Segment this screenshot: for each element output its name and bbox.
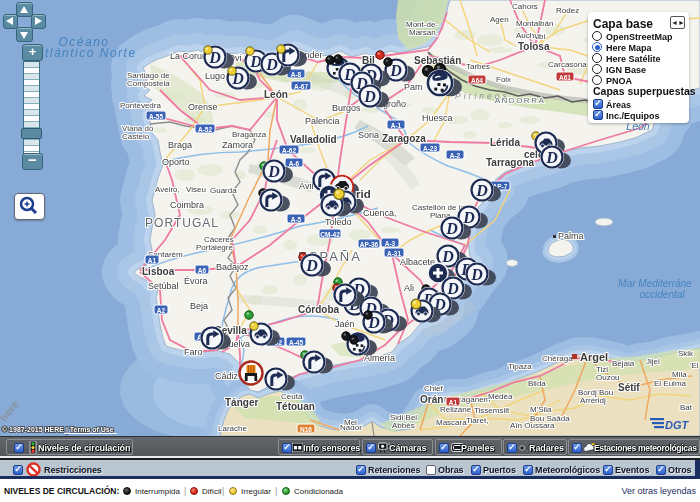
svg-text:Tolosa: Tolosa <box>518 41 550 52</box>
svg-text:Tarragona: Tarragona <box>486 157 535 168</box>
svg-text:El Eulma: El Eulma <box>654 379 687 388</box>
svg-text:Tipaza: Tipaza <box>508 362 532 371</box>
svg-text:Oporto: Oporto <box>162 157 190 167</box>
svg-text:Foix: Foix <box>496 75 511 84</box>
svg-text:Tarbes: Tarbes <box>466 62 490 71</box>
svg-text:Cuenca,: Cuenca, <box>363 208 397 218</box>
svg-text:Valladolid: Valladolid <box>290 134 337 145</box>
svg-text:Lisboa: Lisboa <box>142 266 175 277</box>
svg-text:Pirineos: Pirineos <box>455 91 510 101</box>
svg-text:Sétif: Sétif <box>618 382 640 393</box>
svg-text:Córdoba: Córdoba <box>298 304 340 315</box>
svg-text:A-3: A-3 <box>385 240 396 247</box>
svg-text:Mar Mediterráne: Mar Mediterráne <box>618 278 692 289</box>
svg-text:Marsan,: Marsan, <box>409 28 438 37</box>
svg-text:Médéa: Médéa <box>488 392 513 401</box>
svg-text:A-62: A-62 <box>282 147 296 154</box>
svg-text:Tiaret,: Tiaret, <box>466 416 488 425</box>
svg-text:Tissemsilt: Tissemsilt <box>474 406 510 415</box>
svg-text:Lérida: Lérida <box>490 137 520 148</box>
svg-text:Cádiz: Cádiz <box>215 371 239 381</box>
svg-text:'El: 'El <box>690 361 699 370</box>
svg-text:A-5: A-5 <box>291 216 302 223</box>
svg-text:Mila: Mila <box>672 370 687 379</box>
svg-text:A-23: A-23 <box>423 145 437 152</box>
svg-text:Burgos: Burgos <box>332 103 361 113</box>
svg-text:Viseu: Viseu <box>186 185 206 194</box>
svg-text:Rodez: Rodez <box>556 6 579 15</box>
svg-text:A-1: A-1 <box>391 122 402 129</box>
svg-text:Ali: Ali <box>404 283 414 293</box>
svg-text:Arréridj: Arréridj <box>580 396 606 405</box>
svg-text:Orense: Orense <box>188 102 218 112</box>
svg-text:Chlef: Chlef <box>424 384 443 393</box>
svg-text:Argel: Argel <box>580 351 608 363</box>
svg-text:Tétouan: Tétouan <box>276 401 315 412</box>
svg-text:Auch: Auch <box>516 31 534 40</box>
svg-text:N16: N16 <box>300 426 312 433</box>
svg-text:Compostela: Compostela <box>127 79 170 88</box>
svg-text:Guarda: Guarda <box>210 186 237 195</box>
svg-text:Coimbra: Coimbra <box>170 200 204 210</box>
svg-text:Castelo: Castelo <box>122 132 150 141</box>
svg-text:Setúbal: Setúbal <box>148 281 179 291</box>
svg-text:A2: A2 <box>157 307 166 314</box>
svg-text:Mascara: Mascara <box>436 418 467 427</box>
svg-text:PORTUGAL: PORTUGAL <box>145 216 219 230</box>
svg-text:Chéraga: Chéraga <box>542 354 573 363</box>
svg-text:Zaragoza: Zaragoza <box>382 133 426 144</box>
svg-text:Bat: Bat <box>680 403 693 412</box>
svg-text:Bou Saâda: Bou Saâda <box>530 414 570 423</box>
svg-text:A-31: A-31 <box>387 250 401 257</box>
svg-text:León: León <box>264 89 288 100</box>
svg-text:Portalegre: Portalegre <box>196 243 233 252</box>
svg-text:Huesca: Huesca <box>422 113 453 123</box>
svg-text:Zamora: Zamora <box>222 140 253 150</box>
svg-text:AP-36: AP-36 <box>360 241 379 248</box>
svg-text:Faro: Faro <box>184 347 203 357</box>
svg-text:Albacete: Albacete <box>400 257 435 267</box>
svg-text:A-45: A-45 <box>289 339 303 346</box>
svg-text:© 1987-2015 HERE | Terms of Us: © 1987-2015 HERE | Terms of Use <box>2 426 114 434</box>
svg-text:Braganza: Braganza <box>232 130 267 139</box>
svg-text:Badajoz: Badajoz <box>216 262 249 272</box>
svg-text:Évora: Évora <box>184 276 208 286</box>
svg-text:Cahors: Cahors <box>512 2 538 11</box>
svg-text:Abbès: Abbès <box>392 421 415 430</box>
svg-text:A-6: A-6 <box>289 160 300 167</box>
svg-text:A1: A1 <box>148 257 157 264</box>
svg-text:Orán: Orán <box>420 394 443 405</box>
svg-text:Skik: Skik <box>678 349 694 358</box>
svg-text:Montalbán: Montalbán <box>516 19 553 28</box>
svg-text:Carcasona: Carcasona <box>548 60 587 69</box>
svg-text:A1: A1 <box>449 399 458 406</box>
svg-text:M'Sila: M'Sila <box>530 405 552 414</box>
svg-text:Pontevedra: Pontevedra <box>120 101 161 110</box>
svg-text:occidental: occidental <box>639 289 685 300</box>
svg-text:Lugo: Lugo <box>205 71 225 81</box>
svg-text:Ouzou: Ouzou <box>596 373 620 382</box>
svg-text:A6: A6 <box>198 267 207 274</box>
svg-text:Larache: Larache <box>218 424 247 433</box>
svg-text:Mel: Mel <box>344 418 357 427</box>
svg-text:Toledo: Toledo <box>325 217 352 227</box>
svg-text:rid: rid <box>356 188 371 200</box>
svg-text:Ávil: Ávil <box>299 181 314 191</box>
svg-text:A-67: A-67 <box>294 83 308 90</box>
svg-text:Tánger: Tánger <box>225 397 258 408</box>
svg-text:Soria: Soria <box>358 130 379 140</box>
svg-text:Ceuta: Ceuta <box>281 392 303 401</box>
svg-text:DGT: DGT <box>665 419 690 431</box>
svg-text:Beja: Beja <box>190 301 208 311</box>
svg-text:Pam: Pam <box>404 82 423 92</box>
svg-text:Aveiro,: Aveiro, <box>155 185 180 194</box>
svg-text:Palencia: Palencia <box>305 116 340 126</box>
svg-text:CM-42: CM-42 <box>320 231 340 238</box>
svg-text:Braga: Braga <box>168 140 192 150</box>
svg-text:A64: A64 <box>471 77 483 84</box>
svg-text:Blida: Blida <box>528 379 546 388</box>
svg-text:Agen: Agen <box>490 15 509 24</box>
svg-text:Palma: Palma <box>558 231 584 241</box>
svg-text:A-2: A-2 <box>450 152 461 159</box>
svg-text:A-52: A-52 <box>198 126 212 133</box>
